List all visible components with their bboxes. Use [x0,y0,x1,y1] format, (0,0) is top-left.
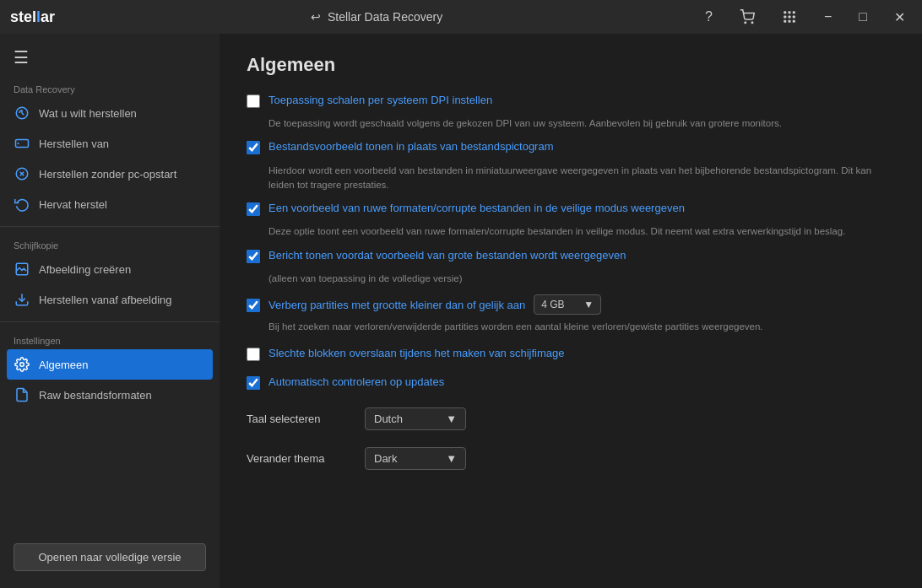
sidebar-item-afbeelding-restore[interactable]: Herstellen vanaf afbeelding [0,284,220,315]
title-bar-center: ↩ Stellar Data Recovery [311,10,442,24]
settings-section-label: Instellingen [0,329,220,349]
title-bar-left: stellar [10,8,55,26]
content-area: Algemeen Toepassing schalen per systeem … [220,34,922,588]
cart-button[interactable] [733,6,762,28]
language-label: Taal selecteren [247,413,348,425]
theme-dropdown[interactable]: Dark ▼ [365,447,466,470]
largepreview-desc: (alleen van toepassing in de volledige v… [268,272,895,286]
theme-value: Dark [374,452,397,465]
partition-desc: Bij het zoeken naar verloren/verwijderde… [268,320,895,334]
back-arrow-icon: ↩ [311,10,321,24]
preview-desc: Hierdoor wordt een voorbeeld van bestand… [268,164,895,193]
setting-row-dpi: Toepassing schalen per systeem DPI inste… [247,93,895,108]
restore-icon [14,105,30,121]
sidebar-divider-2 [0,321,220,322]
sidebar-item-hervat[interactable]: Hervat herstel [0,189,220,219]
updates-checkbox[interactable] [247,376,260,390]
partition-checkbox[interactable] [247,299,260,312]
setting-row-badblocks: Slechte blokken overslaan tijdens het ma… [247,346,895,361]
sidebar-label-algemeen: Algemeen [39,359,89,371]
svg-rect-10 [793,20,795,23]
chevron-down-icon: ▼ [583,299,594,310]
theme-label: Verander thema [247,452,348,465]
window-title: Stellar Data Recovery [328,10,442,24]
sidebar-item-wat[interactable]: Wat u wilt herstellen [0,98,220,128]
help-button[interactable]: ? [698,6,719,28]
open-full-button[interactable]: Openen naar volledige versie [14,543,206,571]
setting-row-rawpreview: Een voorbeeld van ruwe formaten/corrupte… [247,201,895,216]
partition-row: Verberg partities met grootte kleiner da… [247,294,895,315]
minimize-button[interactable]: − [817,6,838,28]
svg-rect-3 [788,11,790,13]
partition-size-dropdown[interactable]: 4 GB ▼ [534,294,601,315]
sidebar-item-afbeelding[interactable]: Afbeelding creëren [0,254,220,284]
language-chevron-icon: ▼ [446,413,457,425]
svg-rect-4 [793,11,795,13]
sidebar-item-algemeen[interactable]: Algemeen [7,349,213,380]
rawpreview-checkbox[interactable] [247,202,260,216]
largepreview-label: Bericht tonen voordat voorbeeld van grot… [268,248,626,263]
gear-icon [14,356,30,373]
grid-button[interactable] [775,6,804,28]
sidebar-label-herstellen: Herstellen van [39,138,109,150]
sidebar-divider-1 [0,226,220,227]
dpi-label: Toepassing schalen per systeem DPI inste… [268,93,492,108]
sidebar-label-raw: Raw bestandsformaten [39,389,152,402]
close-button[interactable]: ✕ [887,6,912,29]
drive-icon [14,135,30,152]
sidebar-label-hervat: Hervat herstel [39,198,107,211]
resume-icon [14,196,30,213]
partition-label: Verberg partities met grootte kleiner da… [268,299,525,311]
largepreview-checkbox[interactable] [247,250,260,263]
partition-size-value: 4 GB [541,299,564,310]
setting-row-largepreview: Bericht tonen voordat voorbeeld van grot… [247,248,895,263]
theme-chevron-icon: ▼ [446,452,457,465]
sidebar-label-afbeelding-restore: Herstellen vanaf afbeelding [39,294,172,306]
rawpreview-desc: Deze optie toont een voorbeeld van ruwe … [268,224,895,239]
svg-rect-5 [784,16,786,19]
svg-rect-8 [784,20,786,23]
noboot-icon [14,165,30,182]
dpi-desc: De toepassing wordt geschaald volgens de… [268,116,895,131]
svg-point-0 [745,22,746,24]
preview-checkbox[interactable] [247,141,260,154]
sidebar-bottom: Openen naar volledige versie [0,533,220,581]
hamburger-area: ☰ [0,40,220,78]
sidebar-item-herstellen[interactable]: Herstellen van [0,128,220,159]
sidebar-label-afbeelding: Afbeelding creëren [39,263,131,276]
theme-row: Verander thema Dark ▼ [247,447,895,470]
updates-label: Automatisch controleren op updates [268,375,444,390]
svg-point-17 [20,363,24,367]
setting-row-updates: Automatisch controleren op updates [247,375,895,390]
preview-label: Bestandsvoorbeeld tonen in plaats van be… [268,139,554,154]
badblocks-checkbox[interactable] [247,348,260,361]
setting-row-preview: Bestandsvoorbeeld tonen in plaats van be… [247,139,895,154]
page-title: Algemeen [247,54,895,76]
main-layout: ☰ Data Recovery Wat u wilt herstellen He… [0,34,922,588]
disk-section-label: Schijfkopie [0,234,220,254]
dpi-checkbox[interactable] [247,94,260,108]
raw-icon [14,386,30,403]
language-value: Dutch [374,413,403,425]
maximize-button[interactable]: □ [852,6,874,28]
image-restore-icon [14,291,30,308]
sidebar-item-zonder[interactable]: Herstellen zonder pc-opstart [0,159,220,189]
language-dropdown[interactable]: Dutch ▼ [365,407,466,430]
svg-rect-2 [784,11,786,13]
hamburger-button[interactable]: ☰ [14,47,29,67]
rawpreview-label: Een voorbeeld van ruwe formaten/corrupte… [268,201,685,216]
sidebar-item-raw[interactable]: Raw bestandsformaten [0,380,220,410]
badblocks-label: Slechte blokken overslaan tijdens het ma… [268,346,564,361]
sidebar: ☰ Data Recovery Wat u wilt herstellen He… [0,34,220,588]
sidebar-label-zonder: Herstellen zonder pc-opstart [39,168,176,181]
image-create-icon [14,261,30,278]
svg-rect-9 [788,20,790,23]
title-bar: stellar ↩ Stellar Data Recovery ? − □ ✕ [0,0,922,34]
app-logo: stellar [10,8,55,26]
data-recovery-section-label: Data Recovery [0,78,220,98]
sidebar-label-wat: Wat u wilt herstellen [39,107,137,120]
title-bar-right: ? − □ ✕ [698,6,912,29]
svg-rect-6 [788,16,790,19]
language-row: Taal selecteren Dutch ▼ [247,407,895,430]
svg-point-1 [751,22,753,24]
